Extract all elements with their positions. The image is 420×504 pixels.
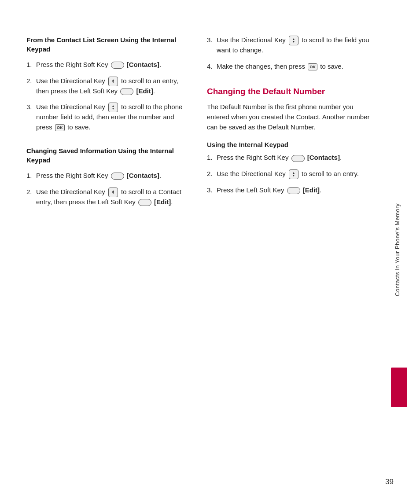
left-column: From the Contact List Screen Using the I… xyxy=(26,35,189,478)
dir-key-icon xyxy=(289,36,298,45)
soft-key-icon xyxy=(291,155,305,162)
list-body: Press the Right Soft Key [Contacts]. xyxy=(36,171,189,181)
list-item: 3. Use the Directional Key to scroll to … xyxy=(26,102,189,132)
edit-label: [Edit] xyxy=(136,87,153,95)
sidebar-label: Contacts in Your Phone's Memory xyxy=(394,203,401,296)
changing-default-heading: Changing the Default Number xyxy=(207,86,370,97)
sidebar: Contacts in Your Phone's Memory xyxy=(387,35,407,478)
list-num: 1. xyxy=(26,171,34,181)
page: From the Contact List Screen Using the I… xyxy=(0,0,420,504)
list-item: 2. Use the Directional Key to scroll to … xyxy=(26,76,189,96)
ok-key-icon: OK xyxy=(308,63,317,70)
ok-key-icon: OK xyxy=(55,124,65,131)
dir-key-icon xyxy=(108,77,118,86)
list-body: Use the Directional Key to scroll to a C… xyxy=(36,187,189,207)
list-item: 4. Make the changes, then press OK to sa… xyxy=(207,62,370,72)
dir-key-icon xyxy=(289,169,298,179)
list-item: 1. Press the Right Soft Key [Contacts]. xyxy=(26,171,189,181)
soft-key-icon xyxy=(111,173,124,180)
dir-key-icon xyxy=(108,188,118,197)
list-num: 2. xyxy=(26,187,34,197)
using-internal-keypad-heading: Using the Internal Keypad xyxy=(207,141,370,148)
list-num: 3. xyxy=(26,102,34,112)
contacts-label: [Contacts] xyxy=(127,61,159,68)
list-num: 3. xyxy=(207,35,215,45)
main-content: From the Contact List Screen Using the I… xyxy=(0,0,420,504)
list-item: 2. Use the Directional Key to scroll to … xyxy=(26,187,189,207)
section2-heading: Changing Saved Information Using the Int… xyxy=(26,146,189,165)
dir-key-icon xyxy=(108,103,118,112)
list-body: Press the Right Soft Key [Contacts]. xyxy=(36,60,189,70)
list-body: Use the Directional Key to scroll to the… xyxy=(36,102,189,132)
edit-label: [Edit] xyxy=(154,198,171,206)
page-number: 39 xyxy=(385,478,394,486)
list-item: 1. Press the Right Soft Key [Contacts]. xyxy=(207,153,370,163)
list-num: 1. xyxy=(207,153,215,163)
soft-key-icon xyxy=(287,187,300,194)
list-item: 1. Press the Right Soft Key [Contacts]. xyxy=(26,60,189,70)
soft-key-icon xyxy=(138,199,151,206)
sidebar-tab xyxy=(391,368,407,407)
list-body: Make the changes, then press OK to save. xyxy=(217,62,370,72)
section1-heading: From the Contact List Screen Using the I… xyxy=(26,35,189,54)
list-item: 3. Press the Left Soft Key [Edit]. xyxy=(207,185,370,195)
list-num: 2. xyxy=(26,76,34,86)
list-item: 3. Use the Directional Key to scroll to … xyxy=(207,35,370,55)
list-num: 4. xyxy=(207,62,215,72)
right-column: 3. Use the Directional Key to scroll to … xyxy=(207,35,370,478)
list-body: Press the Left Soft Key [Edit]. xyxy=(217,185,370,195)
list-num: 3. xyxy=(207,185,215,195)
edit-label: [Edit] xyxy=(303,186,320,194)
list-item: 2. Use the Directional Key to scroll to … xyxy=(207,169,370,179)
soft-key-icon xyxy=(120,88,133,95)
default-number-paragraph: The Default Number is the first phone nu… xyxy=(207,102,370,132)
contacts-label: [Contacts] xyxy=(307,154,340,161)
list-body: Use the Directional Key to scroll to an … xyxy=(36,76,189,96)
list-body: Press the Right Soft Key [Contacts]. xyxy=(217,153,370,163)
list-body: Use the Directional Key to scroll to an … xyxy=(217,169,370,179)
list-body: Use the Directional Key to scroll to the… xyxy=(217,35,370,55)
list-num: 1. xyxy=(26,60,34,70)
list-num: 2. xyxy=(207,169,215,179)
contacts-label: [Contacts] xyxy=(127,172,159,179)
soft-key-icon xyxy=(111,62,124,69)
